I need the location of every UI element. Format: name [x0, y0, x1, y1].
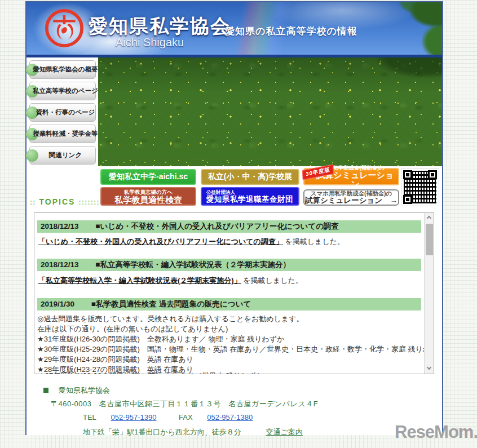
news-title: ■いじめ・不登校・外国人の受入れ及びバリアフリー化についての調査	[95, 222, 339, 230]
footer-address: 〒460-0003 名古屋市中区錦三丁目１１番１３号 名古屋ガーデンパレス４F	[51, 399, 318, 409]
news-date: 2018/12/13	[41, 260, 79, 269]
news-item-header: 2018/12/13 ■私立高等学校転・編入学試験状況表（２学期末実施分）	[37, 259, 421, 271]
news-date: 2019/1/30	[41, 300, 74, 308]
sidebar-item-label: 私立高等学校のページ	[27, 87, 98, 95]
scroll-up-button[interactable]	[425, 213, 434, 223]
news-panel: 2018/12/13 ■いじめ・不登校・外国人の受入れ及びバリアフリー化について…	[34, 212, 434, 374]
banner-label-small: 公益財団法人	[206, 189, 235, 195]
banner-subsidy-simulation[interactable]: 30年度版 私学助成金(補助金)の 試算シミュレーション	[303, 168, 399, 185]
resemom-watermark-kana: リセマム	[455, 420, 471, 440]
page-background: 愛知県私学協会 Aichi Shigaku 愛知県の私立高等学校の情報 愛知県私…	[0, 0, 477, 448]
banner-label: 私学教員適性検査	[114, 195, 182, 205]
banner-label: 愛知私立中学-aichi.sc	[109, 172, 188, 182]
news-body: 「私立高等学校転入学・編入学試験状況表(２学期末実施分)」 を掲載しました。	[37, 276, 421, 286]
sidebar-item-highschools[interactable]: 私立高等学校のページ	[29, 82, 96, 100]
footer-org: 愛知県私学協会	[43, 385, 110, 396]
qr-finder-icon	[403, 195, 412, 204]
footer-access: 地下鉄「栄」駅1番出口から西北方向、徒歩８分 交通ご案内	[83, 427, 303, 437]
sidebar-item-materials[interactable]: 資料・行事のページ	[29, 103, 96, 122]
qr-finder-icon	[403, 170, 412, 179]
news-scrollbar[interactable]	[424, 213, 434, 374]
sidebar-item-label: 資料・行事のページ	[30, 108, 95, 117]
field-photo	[98, 57, 442, 166]
news-text-line: ★29年度版(H24-28の問題掲載) 英語 在庫あり	[37, 354, 421, 365]
banner-private-junior-high[interactable]: 愛知私立中学-aichi.sc	[100, 169, 196, 185]
sidebar-nav: 愛知県私学協会の概要 私立高等学校のページ 資料・行事のページ 授業料軽減・奨学…	[26, 57, 98, 166]
association-logo-icon	[43, 7, 85, 49]
tel-label: TEL	[83, 413, 96, 422]
news-text-line: ◎過去問題集を販売しています。受検される方は購入することをお勧めします。	[37, 314, 421, 324]
chevron-up-icon	[427, 216, 431, 220]
site-header: 愛知県私学協会 Aichi Shigaku 愛知県の私立高等学校の情報	[26, 2, 442, 55]
banner-label-small: 私学教員志望の方へ	[124, 189, 173, 195]
tree-foliage	[380, 2, 442, 55]
access-link[interactable]: 交通ご案内	[266, 428, 302, 436]
banner-label: 私立(小・中・高)学校展	[208, 172, 292, 182]
news-text-line: ★31年度版(H26-30の問題掲載) 全教科あります／ 物理・家庭 残りわずか	[37, 334, 421, 344]
banner-retirement-fund[interactable]: 公益財団法人 愛知県私学退職基金財団	[201, 187, 299, 206]
access-text: 地下鉄「栄」駅1番出口から西北方向、徒歩８分	[83, 428, 241, 436]
news-content: 2018/12/13 ■いじめ・不登校・外国人の受入れ及びバリアフリー化について…	[34, 213, 424, 374]
banner-school-expo[interactable]: 私立(小・中・高)学校展	[201, 169, 299, 185]
site-container: 愛知県私学協会 Aichi Shigaku 愛知県の私立高等学校の情報 愛知県私…	[25, 1, 443, 435]
news-title: ■私学教員適性検査 過去問題集の販売について	[91, 300, 251, 308]
banner-label: 愛知県私学退職基金財団	[206, 195, 293, 204]
banner-teacher-aptitude-test[interactable]: 私学教員志望の方へ 私学教員適性検査	[100, 187, 196, 206]
footer-org-name: 愛知県私学協会	[59, 386, 110, 394]
sidebar-item-tuition[interactable]: 授業料軽減・奨学金等	[29, 125, 96, 143]
news-body: ◎過去問題集を販売しています。受検される方は購入することをお勧めします。 在庫は…	[37, 314, 421, 374]
chevron-down-icon	[427, 365, 431, 370]
news-title: ■私立高等学校転・編入学試験状況表（２学期末実施分）	[95, 260, 290, 269]
news-body: 「いじめ・不登校・外国人の受入れ及びバリアフリー化についての調査」 を掲載しまし…	[37, 237, 421, 247]
scroll-down-button[interactable]	[425, 364, 434, 374]
news-text: を掲載しました。	[243, 276, 303, 285]
news-item-header: 2019/1/30 ■私学教員適性検査 過去問題集の販売について	[37, 298, 421, 311]
news-text-line: ★30年度版(H25-29の問題掲載) 国語・物理・生物・英語 在庫あり／世界史…	[37, 344, 421, 354]
fax-label: FAX	[179, 413, 193, 422]
banner-bar: 愛知私立中学-aichi.sc 私立(小・中・高)学校展 30年度版 私学助成金…	[26, 166, 442, 212]
banner-mobile-simulation[interactable]: スマホ用私学助成金(補助金)の 試算シミュレーション →	[303, 189, 399, 206]
news-date: 2018/12/13	[41, 222, 79, 230]
main-visual-section: 愛知県私学協会の概要 私立高等学校のページ 資料・行事のページ 授業料軽減・奨学…	[26, 57, 442, 166]
fax-link[interactable]: 052-957-1380	[207, 413, 253, 422]
resemom-watermark: ReseMom. リセマム	[395, 423, 477, 442]
green-square-bullet	[43, 388, 48, 393]
sidebar-item-links[interactable]: 関連リンク	[29, 146, 96, 165]
news-link[interactable]: 「いじめ・不登校・外国人の受入れ及びバリアフリー化についての調査」	[38, 237, 283, 246]
news-link[interactable]: 「私立高等学校転入学・編入学試験状況表(２学期末実施分)」	[38, 276, 241, 285]
sidebar-item-label: 愛知県私学協会の概要	[27, 65, 98, 74]
site-footer: 愛知県私学協会 〒460-0003 名古屋市中区錦三丁目１１番１３号 名古屋ガー…	[26, 377, 442, 435]
news-text-line: 在庫は以下の通り。(在庫の無いものは記してありません)	[37, 324, 421, 334]
news-text: を掲載しました。	[285, 237, 345, 246]
topics-label: TOPICS	[39, 197, 76, 206]
topics-heading: :: TOPICS :::::::	[30, 197, 100, 206]
banner-label: 試算シミュレーション →	[305, 197, 398, 205]
sidebar-item-label: 授業料軽減・奨学金等	[28, 130, 98, 138]
leaf-bullet-icon	[26, 149, 38, 162]
topics-dots: ::	[30, 198, 36, 206]
footer-contact: TEL 052-957-1390 FAX 052-957-1380	[83, 413, 273, 422]
tel-link[interactable]: 052-957-1390	[111, 413, 156, 422]
site-title-romaji: Aichi Shigaku	[116, 36, 184, 49]
scrollbar-thumb[interactable]	[426, 224, 433, 255]
qr-finder-icon	[428, 170, 437, 179]
sidebar-item-label: 関連リンク	[43, 151, 82, 159]
news-item-header: 2018/12/13 ■いじめ・不登校・外国人の受入れ及びバリアフリー化について…	[37, 220, 421, 233]
qr-code	[401, 168, 439, 206]
site-tagline: 愛知県の私立高等学校の情報	[225, 25, 357, 38]
news-text-line-clipped: ★27年度版(H22-26の問題掲載) 英語 在庫あり／世界史 残りわずか	[38, 371, 263, 374]
sidebar-item-overview[interactable]: 愛知県私学協会の概要	[29, 60, 96, 79]
topics-dots: :::::::	[78, 198, 99, 206]
